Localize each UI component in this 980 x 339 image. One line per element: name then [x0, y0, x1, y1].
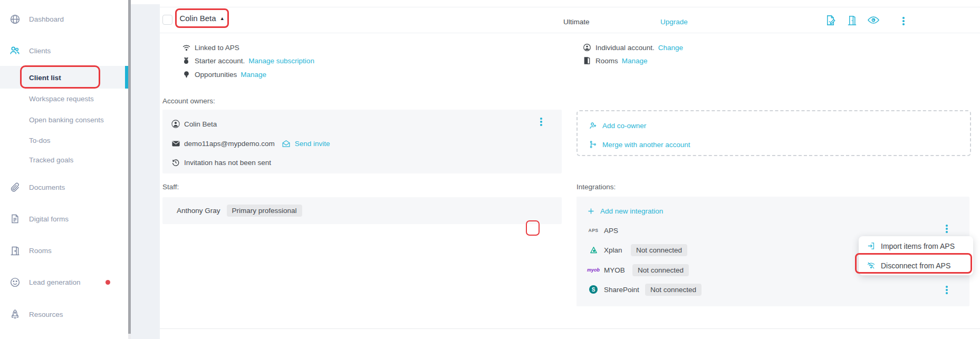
sidebar-item-digital-forms[interactable]: Digital forms — [0, 211, 128, 226]
sidebar-item-label: Dashboard — [29, 15, 64, 23]
integration-name: SharePoint — [604, 286, 639, 294]
status-badge: Not connected — [632, 264, 689, 276]
staff-role-badge: Primary professional — [227, 205, 302, 217]
merge-icon — [588, 140, 598, 149]
person-circle-icon — [171, 119, 180, 129]
client-card-header: Colin Beta ▲ Ultimate Upgrade — [160, 7, 980, 33]
sidebar-item-documents[interactable]: Documents — [0, 180, 128, 195]
history-icon — [171, 158, 180, 167]
collapse-caret-icon[interactable]: ▲ — [220, 16, 225, 21]
merge-account-label: Merge with another account — [602, 141, 690, 149]
menu-item-import-from-aps[interactable]: Import items from APS — [859, 236, 973, 256]
staff-label: Staff: — [162, 183, 179, 191]
linked-to-aps-text: Linked to APS — [195, 44, 239, 52]
rooms-manage-link[interactable]: Manage — [622, 57, 648, 65]
change-account-type-link[interactable]: Change — [658, 44, 683, 52]
menu-item-label: Disconnect from APS — [881, 261, 950, 270]
menu-item-label: Import items from APS — [881, 242, 955, 250]
users-icon — [8, 44, 21, 57]
sidebar-item-client-list[interactable]: Client list — [0, 71, 128, 84]
sidebar-item-resources[interactable]: Resources — [0, 307, 128, 322]
sidebar-item-label: Tracked goals — [29, 156, 73, 164]
sidebar: Dashboard Clients Client list Workspace … — [0, 0, 128, 339]
plan-label: Ultimate — [563, 18, 590, 26]
client-row-checkbox[interactable] — [162, 15, 172, 25]
sidebar-item-clients[interactable]: Clients — [0, 43, 128, 58]
sidebar-item-open-banking-consents[interactable]: Open banking consents — [0, 113, 128, 126]
person-icon — [582, 43, 592, 52]
upgrade-link[interactable]: Upgrade — [660, 18, 688, 26]
client-kebab-menu-icon[interactable] — [897, 15, 910, 27]
sidebar-item-label: Rooms — [29, 247, 52, 255]
sidebar-item-label: To-dos — [29, 137, 51, 144]
sidebar-item-label: Clients — [29, 47, 51, 55]
wifi-icon — [181, 43, 191, 52]
owner-email: demo11aps@mypdemo.com — [184, 140, 275, 148]
integration-row-sharepoint: S SharePoint Not connected — [577, 284, 969, 295]
manage-subscription-link[interactable]: Manage subscription — [248, 57, 314, 65]
opportunities-text: Opportunities — [195, 71, 237, 79]
sidebar-item-label: Lead generation — [29, 278, 81, 286]
sidebar-item-label: Digital forms — [29, 215, 69, 223]
sidebar-item-workspace-requests[interactable]: Workspace requests — [0, 92, 128, 105]
import-icon — [866, 241, 876, 251]
form-icon — [8, 212, 21, 225]
sidebar-item-label: Resources — [29, 311, 63, 318]
send-invite-link[interactable]: Send invite — [295, 140, 330, 148]
add-co-owner-label: Add co-owner — [602, 122, 646, 130]
sidebar-item-to-dos[interactable]: To-dos — [0, 134, 128, 147]
integration-name: Xplan — [604, 246, 622, 254]
sidebar-item-label: Workspace requests — [29, 95, 94, 103]
envelope-icon — [171, 139, 180, 148]
integration-name: APS — [604, 227, 618, 235]
owner-kebab-menu-icon[interactable] — [540, 118, 542, 126]
annotation-box-client-name: Colin Beta ▲ — [175, 8, 229, 28]
owner-name: Colin Beta — [184, 120, 217, 128]
aps-context-menu: Import items from APS Disconnect from AP… — [859, 236, 973, 275]
account-type-text: Starter account. — [195, 57, 245, 65]
send-invite-icon — [282, 139, 291, 148]
staff-name: Anthony Gray — [177, 207, 220, 215]
sidebar-item-tracked-goals[interactable]: Tracked goals — [0, 153, 128, 166]
paperclip-icon — [8, 181, 21, 193]
sharepoint-kebab-menu-icon[interactable] — [946, 286, 948, 294]
staff-card: Anthony Gray Primary professional — [162, 197, 562, 224]
sidebar-item-dashboard[interactable]: Dashboard — [0, 12, 128, 26]
owner-card: Colin Beta demo11aps@mypdemo.com Send in… — [162, 110, 562, 173]
add-co-owner-button[interactable]: Add co-owner — [588, 121, 646, 130]
bulb-icon — [181, 70, 191, 79]
status-badge: Not connected — [645, 284, 702, 296]
sign-document-icon[interactable] — [824, 14, 837, 26]
aps-logo: APS — [586, 228, 601, 233]
integrations-label: Integrations: — [577, 183, 616, 191]
opportunities-manage-link[interactable]: Manage — [241, 71, 266, 79]
owner-email-row: demo11aps@mypdemo.com Send invite — [171, 138, 330, 149]
individual-account-text: Individual account. — [595, 44, 655, 52]
notification-dot — [105, 280, 110, 285]
opportunities-row: Opportunities Manage — [181, 69, 266, 80]
aps-kebab-menu-icon[interactable] — [946, 225, 948, 233]
add-integration-button[interactable]: Add new integration — [586, 206, 663, 216]
rooms-text: Rooms — [595, 57, 618, 65]
owner-actions-box: Add co-owner Merge with another account — [577, 110, 971, 156]
room-icon[interactable] — [846, 14, 858, 26]
sidebar-item-rooms[interactable]: Rooms — [0, 243, 128, 258]
linked-to-aps-row: Linked to APS — [181, 42, 239, 53]
individual-account-row: Individual account. Change — [582, 42, 683, 53]
plus-icon — [586, 206, 595, 216]
invitation-status-row: Invitation has not been sent — [171, 157, 271, 168]
menu-item-disconnect-from-aps[interactable]: Disconnect from APS — [859, 256, 973, 275]
client-detail-card: Colin Beta ▲ Ultimate Upgrade Linked to … — [160, 7, 980, 329]
sidebar-item-label: Open banking consents — [29, 116, 104, 124]
globe-icon — [8, 13, 21, 25]
merge-account-button[interactable]: Merge with another account — [588, 140, 690, 149]
rocket-icon — [8, 308, 21, 321]
status-badge: Not connected — [631, 244, 687, 256]
invitation-status-text: Invitation has not been sent — [184, 159, 271, 167]
wifi-off-icon — [866, 261, 876, 270]
eye-icon[interactable] — [867, 14, 880, 26]
smiley-icon — [8, 276, 21, 288]
client-name-toggle[interactable]: Colin Beta — [179, 14, 216, 23]
account-owners-label: Account owners: — [162, 97, 215, 105]
sharepoint-logo: S — [586, 285, 601, 294]
